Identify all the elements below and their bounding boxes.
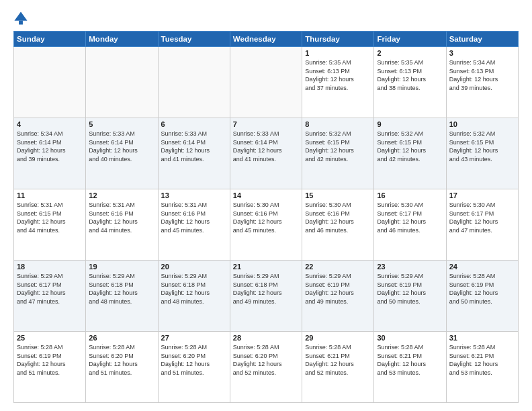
- day-cell: 15Sunrise: 5:30 AMSunset: 6:16 PMDayligh…: [302, 189, 374, 261]
- day-number: 27: [161, 334, 227, 342]
- day-info: Sunrise: 5:29 AMSunset: 6:18 PMDaylight:…: [233, 272, 299, 306]
- day-info: Sunrise: 5:29 AMSunset: 6:18 PMDaylight:…: [161, 272, 227, 306]
- weekday-header-saturday: Saturday: [446, 32, 518, 47]
- day-number: 8: [305, 120, 371, 128]
- day-cell: 11Sunrise: 5:31 AMSunset: 6:15 PMDayligh…: [14, 189, 86, 261]
- logo-icon: [13, 11, 28, 26]
- day-cell: [14, 47, 86, 118]
- day-cell: 25Sunrise: 5:28 AMSunset: 6:19 PMDayligh…: [14, 332, 86, 403]
- day-info: Sunrise: 5:29 AMSunset: 6:18 PMDaylight:…: [89, 272, 154, 306]
- week-row-3: 11Sunrise: 5:31 AMSunset: 6:15 PMDayligh…: [14, 189, 519, 261]
- day-number: 11: [17, 191, 83, 199]
- weekday-header-monday: Monday: [86, 32, 158, 47]
- day-cell: 6Sunrise: 5:33 AMSunset: 6:14 PMDaylight…: [158, 118, 230, 189]
- day-cell: 10Sunrise: 5:32 AMSunset: 6:15 PMDayligh…: [446, 118, 518, 189]
- day-cell: 17Sunrise: 5:30 AMSunset: 6:17 PMDayligh…: [446, 189, 518, 261]
- week-row-2: 4Sunrise: 5:34 AMSunset: 6:14 PMDaylight…: [14, 118, 519, 189]
- day-number: 10: [449, 120, 515, 128]
- day-cell: [158, 47, 230, 118]
- day-number: 14: [233, 191, 299, 199]
- weekday-header-thursday: Thursday: [302, 32, 374, 47]
- weekday-header-wednesday: Wednesday: [230, 32, 302, 47]
- day-cell: 14Sunrise: 5:30 AMSunset: 6:16 PMDayligh…: [230, 189, 302, 261]
- logo: [13, 12, 31, 26]
- day-number: 3: [449, 49, 515, 57]
- day-info: Sunrise: 5:31 AMSunset: 6:16 PMDaylight:…: [89, 201, 154, 234]
- page: SundayMondayTuesdayWednesdayThursdayFrid…: [0, 0, 532, 411]
- day-info: Sunrise: 5:29 AMSunset: 6:17 PMDaylight:…: [17, 272, 83, 306]
- weekday-header-sunday: Sunday: [14, 32, 86, 47]
- week-row-4: 18Sunrise: 5:29 AMSunset: 6:17 PMDayligh…: [14, 261, 519, 332]
- day-info: Sunrise: 5:32 AMSunset: 6:15 PMDaylight:…: [377, 130, 443, 163]
- day-cell: [86, 47, 158, 118]
- day-info: Sunrise: 5:28 AMSunset: 6:20 PMDaylight:…: [233, 343, 299, 377]
- day-number: 21: [233, 263, 299, 271]
- day-number: 15: [305, 191, 371, 199]
- day-number: 30: [377, 334, 443, 342]
- day-number: 4: [17, 120, 83, 128]
- day-info: Sunrise: 5:28 AMSunset: 6:19 PMDaylight:…: [17, 343, 83, 377]
- day-cell: 29Sunrise: 5:28 AMSunset: 6:21 PMDayligh…: [302, 332, 374, 403]
- calendar-table: SundayMondayTuesdayWednesdayThursdayFrid…: [13, 31, 519, 403]
- header: [13, 12, 519, 26]
- day-number: 12: [89, 191, 154, 199]
- day-number: 6: [161, 120, 227, 128]
- day-info: Sunrise: 5:28 AMSunset: 6:20 PMDaylight:…: [161, 343, 227, 377]
- day-cell: 9Sunrise: 5:32 AMSunset: 6:15 PMDaylight…: [374, 118, 446, 189]
- day-cell: 19Sunrise: 5:29 AMSunset: 6:18 PMDayligh…: [86, 261, 158, 332]
- day-number: 29: [305, 334, 371, 342]
- day-info: Sunrise: 5:28 AMSunset: 6:21 PMDaylight:…: [377, 343, 443, 377]
- day-cell: 24Sunrise: 5:28 AMSunset: 6:19 PMDayligh…: [446, 261, 518, 332]
- day-cell: 28Sunrise: 5:28 AMSunset: 6:20 PMDayligh…: [230, 332, 302, 403]
- day-info: Sunrise: 5:28 AMSunset: 6:19 PMDaylight:…: [449, 272, 515, 306]
- day-info: Sunrise: 5:31 AMSunset: 6:16 PMDaylight:…: [161, 201, 227, 234]
- day-info: Sunrise: 5:29 AMSunset: 6:19 PMDaylight:…: [305, 272, 371, 306]
- day-number: 16: [377, 191, 443, 199]
- day-number: 13: [161, 191, 227, 199]
- day-info: Sunrise: 5:31 AMSunset: 6:15 PMDaylight:…: [17, 201, 83, 234]
- svg-rect-1: [19, 21, 23, 25]
- day-cell: 1Sunrise: 5:35 AMSunset: 6:13 PMDaylight…: [302, 47, 374, 118]
- day-info: Sunrise: 5:34 AMSunset: 6:13 PMDaylight:…: [449, 58, 515, 92]
- day-info: Sunrise: 5:35 AMSunset: 6:13 PMDaylight:…: [377, 58, 443, 92]
- day-cell: 21Sunrise: 5:29 AMSunset: 6:18 PMDayligh…: [230, 261, 302, 332]
- day-info: Sunrise: 5:30 AMSunset: 6:16 PMDaylight:…: [233, 201, 299, 234]
- weekday-header-row: SundayMondayTuesdayWednesdayThursdayFrid…: [14, 32, 519, 47]
- weekday-header-friday: Friday: [374, 32, 446, 47]
- day-number: 22: [305, 263, 371, 271]
- weekday-header-tuesday: Tuesday: [158, 32, 230, 47]
- week-row-5: 25Sunrise: 5:28 AMSunset: 6:19 PMDayligh…: [14, 332, 519, 403]
- day-number: 28: [233, 334, 299, 342]
- day-info: Sunrise: 5:33 AMSunset: 6:14 PMDaylight:…: [161, 130, 227, 163]
- day-number: 7: [233, 120, 299, 128]
- day-number: 18: [17, 263, 83, 271]
- day-info: Sunrise: 5:34 AMSunset: 6:14 PMDaylight:…: [17, 130, 83, 163]
- day-cell: 22Sunrise: 5:29 AMSunset: 6:19 PMDayligh…: [302, 261, 374, 332]
- day-info: Sunrise: 5:28 AMSunset: 6:20 PMDaylight:…: [89, 343, 154, 377]
- day-cell: 5Sunrise: 5:33 AMSunset: 6:14 PMDaylight…: [86, 118, 158, 189]
- day-number: 31: [449, 334, 515, 342]
- day-info: Sunrise: 5:35 AMSunset: 6:13 PMDaylight:…: [305, 58, 371, 92]
- day-info: Sunrise: 5:32 AMSunset: 6:15 PMDaylight:…: [449, 130, 515, 163]
- day-number: 5: [89, 120, 154, 128]
- day-info: Sunrise: 5:28 AMSunset: 6:21 PMDaylight:…: [449, 343, 515, 377]
- day-number: 24: [449, 263, 515, 271]
- day-cell: 16Sunrise: 5:30 AMSunset: 6:17 PMDayligh…: [374, 189, 446, 261]
- day-cell: 4Sunrise: 5:34 AMSunset: 6:14 PMDaylight…: [14, 118, 86, 189]
- day-cell: 7Sunrise: 5:33 AMSunset: 6:14 PMDaylight…: [230, 118, 302, 189]
- day-info: Sunrise: 5:30 AMSunset: 6:17 PMDaylight:…: [449, 201, 515, 234]
- day-cell: 2Sunrise: 5:35 AMSunset: 6:13 PMDaylight…: [374, 47, 446, 118]
- day-number: 2: [377, 49, 443, 57]
- day-number: 19: [89, 263, 154, 271]
- day-cell: 23Sunrise: 5:29 AMSunset: 6:19 PMDayligh…: [374, 261, 446, 332]
- day-cell: 12Sunrise: 5:31 AMSunset: 6:16 PMDayligh…: [86, 189, 158, 261]
- week-row-1: 1Sunrise: 5:35 AMSunset: 6:13 PMDaylight…: [14, 47, 519, 118]
- day-cell: 31Sunrise: 5:28 AMSunset: 6:21 PMDayligh…: [446, 332, 518, 403]
- day-cell: 18Sunrise: 5:29 AMSunset: 6:17 PMDayligh…: [14, 261, 86, 332]
- day-info: Sunrise: 5:28 AMSunset: 6:21 PMDaylight:…: [305, 343, 371, 377]
- day-number: 9: [377, 120, 443, 128]
- day-number: 17: [449, 191, 515, 199]
- day-cell: 20Sunrise: 5:29 AMSunset: 6:18 PMDayligh…: [158, 261, 230, 332]
- day-info: Sunrise: 5:29 AMSunset: 6:19 PMDaylight:…: [377, 272, 443, 306]
- day-cell: 27Sunrise: 5:28 AMSunset: 6:20 PMDayligh…: [158, 332, 230, 403]
